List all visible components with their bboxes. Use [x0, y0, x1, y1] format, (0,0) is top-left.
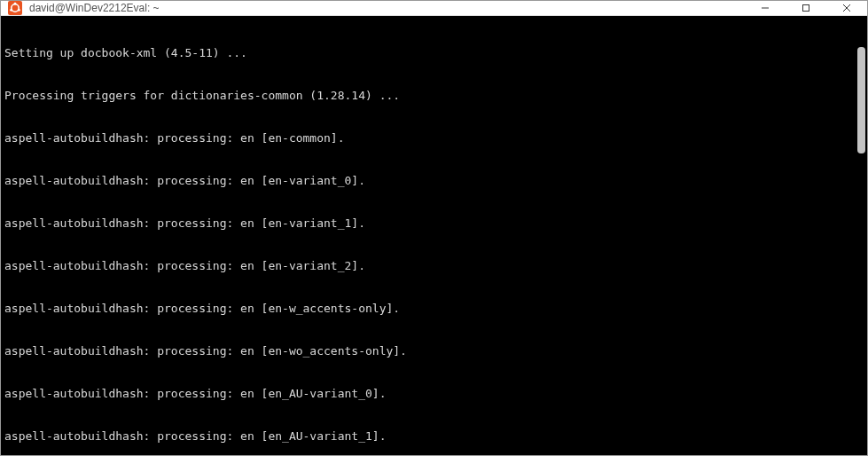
terminal-line: aspell-autobuildhash: processing: en [en…: [4, 302, 864, 316]
window: david@WinDev2212Eval: ~ Setting up docbo…: [0, 0, 868, 456]
scrollbar[interactable]: [857, 29, 865, 453]
svg-point-3: [10, 9, 12, 12]
terminal-line: Processing triggers for dictionaries-com…: [4, 89, 864, 103]
terminal-line: aspell-autobuildhash: processing: en [en…: [4, 259, 864, 273]
terminal-line: aspell-autobuildhash: processing: en [en…: [4, 429, 864, 444]
svg-point-2: [14, 3, 17, 5]
window-title: david@WinDev2212Eval: ~: [29, 2, 745, 14]
svg-rect-6: [803, 5, 809, 12]
scrollbar-thumb[interactable]: [857, 47, 865, 153]
ubuntu-icon: [8, 1, 22, 15]
terminal[interactable]: Setting up docbook-xml (4.5-11) ... Proc…: [1, 16, 867, 455]
window-controls: [745, 1, 867, 15]
close-button[interactable]: [826, 1, 867, 15]
titlebar[interactable]: david@WinDev2212Eval: ~: [1, 1, 867, 16]
terminal-line: aspell-autobuildhash: processing: en [en…: [4, 131, 864, 145]
maximize-button[interactable]: [786, 1, 826, 15]
terminal-line: aspell-autobuildhash: processing: en [en…: [4, 344, 864, 358]
terminal-line: aspell-autobuildhash: processing: en [en…: [4, 387, 864, 401]
terminal-line: Setting up docbook-xml (4.5-11) ...: [4, 46, 864, 60]
minimize-button[interactable]: [745, 1, 786, 15]
terminal-line: aspell-autobuildhash: processing: en [en…: [4, 216, 864, 231]
terminal-line: aspell-autobuildhash: processing: en [en…: [4, 174, 864, 188]
svg-point-4: [18, 9, 20, 12]
